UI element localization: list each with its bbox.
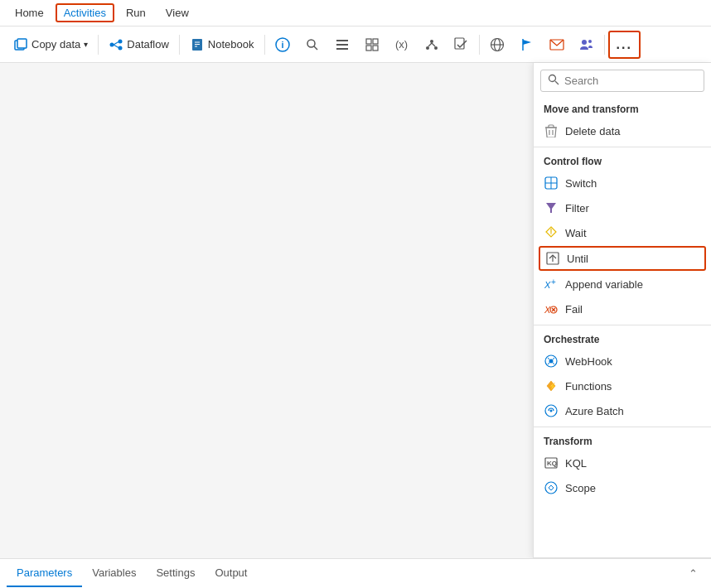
bottom-tabs: Parameters Variables Settings Output ⌃ <box>0 558 711 588</box>
lines-button[interactable] <box>328 32 356 57</box>
svg-text:KQL: KQL <box>547 460 558 467</box>
activities-panel: Move and transform Delete data Control f… <box>533 63 711 558</box>
switch-label: Switch <box>565 177 597 190</box>
network-button[interactable] <box>418 32 446 57</box>
more-button[interactable]: ... <box>608 31 641 59</box>
append-variable-item[interactable]: X + Append variable <box>534 272 711 296</box>
svg-text:⚡: ⚡ <box>549 382 557 390</box>
until-item[interactable]: Until <box>539 246 706 271</box>
switch-item[interactable]: Switch <box>534 171 711 195</box>
globe-icon <box>490 37 505 52</box>
svg-point-22 <box>430 40 433 43</box>
kql-item[interactable]: KQL KQL <box>534 451 711 475</box>
search-icon <box>548 74 559 88</box>
dataflow-icon <box>109 37 123 52</box>
menu-run[interactable]: Run <box>118 3 154 22</box>
svg-point-64 <box>550 410 553 412</box>
filter-icon <box>544 200 559 215</box>
delete-data-item[interactable]: Delete data <box>534 118 711 143</box>
fail-icon: X <box>544 301 559 316</box>
network-icon <box>424 37 439 52</box>
copy-data-chevron: ▾ <box>84 40 88 49</box>
dataflow-label: Dataflow <box>127 38 169 51</box>
grid-button[interactable] <box>358 32 386 57</box>
functions-item[interactable]: ⚡ Functions <box>534 374 711 398</box>
search-input[interactable] <box>564 75 704 87</box>
menu-home[interactable]: Home <box>7 3 52 22</box>
main-area: Move and transform Delete data Control f… <box>0 63 711 558</box>
svg-rect-1 <box>17 39 27 48</box>
kql-label: KQL <box>565 457 587 470</box>
svg-line-60 <box>553 363 554 364</box>
webhook-item[interactable]: WebHook <box>534 349 711 374</box>
copy-data-icon <box>13 37 28 52</box>
svg-rect-16 <box>336 44 348 46</box>
svg-line-59 <box>548 363 549 364</box>
flag-button[interactable] <box>513 32 541 57</box>
scope-item[interactable]: Scope <box>534 475 711 500</box>
svg-line-6 <box>114 45 118 48</box>
wait-item[interactable]: Wait <box>534 220 711 245</box>
kql-icon: KQL <box>544 455 559 470</box>
toolbar: Copy data ▾ Dataflow Notebook <box>0 27 711 63</box>
delete-data-label: Delete data <box>565 125 621 137</box>
dataflow-button[interactable]: Dataflow <box>102 32 176 57</box>
svg-point-46 <box>550 233 552 234</box>
azure-batch-item[interactable]: Azure Batch <box>534 398 711 423</box>
svg-point-67 <box>545 482 557 494</box>
svg-text:X: X <box>544 280 551 290</box>
svg-rect-20 <box>366 46 371 51</box>
until-label: Until <box>567 253 588 265</box>
switch-icon <box>544 176 559 190</box>
flag-icon <box>520 37 534 52</box>
section-transform: Transform <box>534 431 711 451</box>
svg-rect-15 <box>336 40 348 41</box>
info-button[interactable]: i <box>268 32 297 57</box>
separator-4 <box>479 35 480 55</box>
svg-point-23 <box>426 46 429 50</box>
grid-icon <box>365 37 380 52</box>
separator-2 <box>179 35 180 55</box>
svg-marker-43 <box>546 203 556 213</box>
globe-button[interactable] <box>483 32 511 57</box>
tab-collapse-chevron[interactable]: ⌃ <box>682 564 704 583</box>
svg-point-24 <box>434 46 438 50</box>
search-toolbar-button[interactable] <box>298 32 326 57</box>
svg-rect-17 <box>336 48 348 50</box>
svg-rect-19 <box>373 39 378 44</box>
email-button[interactable] <box>543 32 571 57</box>
svg-point-35 <box>549 75 556 82</box>
filter-label: Filter <box>565 202 589 214</box>
webhook-label: WebHook <box>565 355 612 368</box>
variables-button[interactable]: (x) <box>388 32 416 57</box>
copy-data-button[interactable]: Copy data ▾ <box>7 32 94 57</box>
svg-rect-21 <box>373 46 378 51</box>
wait-label: Wait <box>565 227 587 239</box>
fail-label: Fail <box>565 303 583 316</box>
svg-text:i: i <box>281 40 283 50</box>
tab-settings[interactable]: Settings <box>146 560 205 587</box>
append-variable-label: Append variable <box>565 278 643 291</box>
notebook-button[interactable]: Notebook <box>183 32 261 57</box>
info-icon: i <box>275 37 290 52</box>
filter-item[interactable]: Filter <box>534 195 711 220</box>
menu-view[interactable]: View <box>157 3 197 22</box>
svg-line-57 <box>548 358 549 359</box>
separator-1 <box>98 35 99 55</box>
svg-point-3 <box>118 39 123 43</box>
fail-item[interactable]: X Fail <box>534 296 711 321</box>
tab-variables[interactable]: Variables <box>82 560 146 587</box>
teams-button[interactable] <box>573 32 601 57</box>
svg-point-2 <box>110 42 114 46</box>
tab-output[interactable]: Output <box>205 560 257 587</box>
scope-label: Scope <box>565 482 596 494</box>
svg-line-58 <box>553 358 554 359</box>
lines-icon <box>335 37 350 52</box>
svg-point-13 <box>307 40 315 47</box>
validate-button[interactable] <box>447 32 476 57</box>
variables-icon: (x) <box>394 37 409 52</box>
tab-parameters[interactable]: Parameters <box>7 560 82 587</box>
azure-batch-icon <box>544 403 559 418</box>
svg-point-34 <box>588 40 592 43</box>
menu-activities[interactable]: Activities <box>56 3 114 22</box>
